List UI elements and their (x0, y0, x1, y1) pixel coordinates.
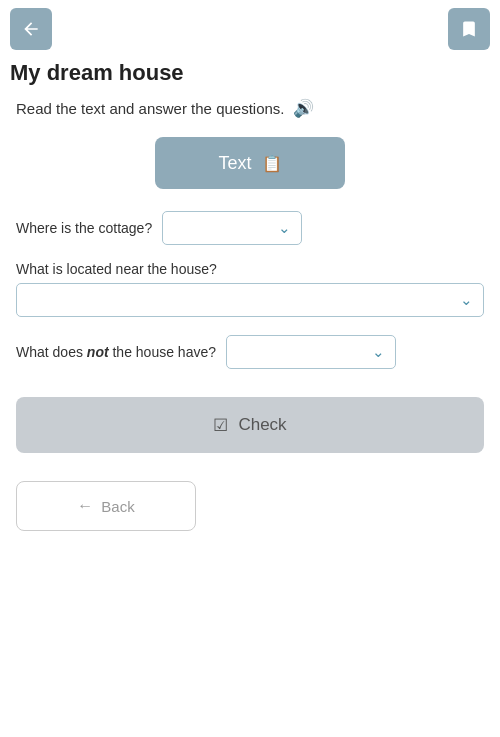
chevron-down-icon-2: ⌄ (460, 291, 473, 309)
question-row-1: Where is the cottage? ⌄ (16, 211, 484, 245)
text-button[interactable]: Text 📋 (155, 137, 345, 189)
check-button-label: Check (238, 415, 286, 435)
main-content: Read the text and answer the questions. … (0, 98, 500, 531)
top-bar (0, 0, 500, 58)
document-icon: 📋 (262, 154, 282, 173)
question-row-3: What does not the house have? ⌄ (16, 335, 484, 369)
question-1-label: Where is the cottage? (16, 220, 152, 236)
chevron-down-icon: ⌄ (278, 219, 291, 237)
question-3-dropdown[interactable]: ⌄ (226, 335, 396, 369)
text-button-label: Text (218, 153, 251, 174)
instruction-row: Read the text and answer the questions. … (16, 98, 484, 119)
checkmark-icon: ☑ (213, 415, 228, 436)
back-button-label: Back (101, 498, 134, 515)
instruction-text: Read the text and answer the questions. (16, 100, 285, 117)
arrow-left-icon: ← (77, 497, 93, 515)
chevron-down-icon-3: ⌄ (372, 343, 385, 361)
page-title: My dream house (0, 58, 500, 98)
bookmark-button[interactable] (448, 8, 490, 50)
question-row-2: What is located near the house? ⌄ (16, 261, 484, 317)
speaker-icon[interactable]: 🔊 (293, 98, 314, 119)
check-button[interactable]: ☑ Check (16, 397, 484, 453)
question-3-label: What does not the house have? (16, 344, 216, 360)
back-nav-button[interactable] (10, 8, 52, 50)
back-button[interactable]: ← Back (16, 481, 196, 531)
question-1-dropdown[interactable]: ⌄ (162, 211, 302, 245)
question-2-label: What is located near the house? (16, 261, 484, 277)
question-2-dropdown[interactable]: ⌄ (16, 283, 484, 317)
